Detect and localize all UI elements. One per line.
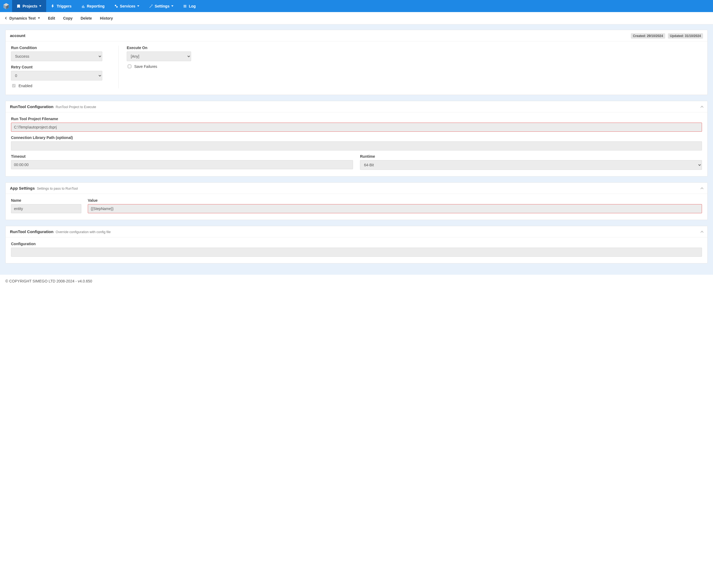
collapse-icon[interactable] [700, 231, 703, 234]
retry-count-label: Retry Count [11, 65, 102, 69]
override-config-panel: RunTool Configuration Override configura… [5, 226, 708, 264]
nav-log[interactable]: Log [178, 0, 201, 12]
save-failures-checkbox[interactable] [128, 65, 131, 68]
runtime-select[interactable]: 64-Bit [360, 160, 702, 170]
top-nav: Projects Triggers Reporting Services Set… [0, 0, 713, 12]
configuration-input[interactable] [11, 248, 702, 257]
wand-icon [149, 4, 153, 8]
nav-settings-label: Settings [155, 4, 169, 8]
appsetting-value-header: Value [88, 198, 702, 203]
appsetting-name-input[interactable] [11, 204, 81, 213]
nav-triggers-label: Triggers [57, 4, 72, 8]
breadcrumb-label: Dynamics Test [9, 16, 36, 20]
list-icon [183, 4, 187, 8]
history-button[interactable]: History [100, 16, 113, 20]
edit-button[interactable]: Edit [48, 16, 55, 20]
run-condition-select[interactable]: Success [11, 51, 102, 61]
chevron-down-icon [39, 5, 41, 7]
breadcrumb[interactable]: Dynamics Test [5, 16, 40, 20]
app-settings-panel: App Settings Settings to pass to RunTool… [5, 183, 708, 220]
app-settings-sub: Settings to pass to RunTool [37, 187, 78, 190]
conn-lib-input[interactable] [11, 141, 702, 150]
runtime-label: Runtime [360, 154, 702, 159]
nav-projects[interactable]: Projects [12, 0, 46, 12]
execute-on-label: Execute On [127, 46, 702, 50]
chevron-down-icon [38, 17, 40, 19]
timeout-input[interactable] [11, 160, 353, 169]
runtool-config-panel: RunTool Configuration RunTool Project to… [5, 101, 708, 176]
nav-log-label: Log [189, 4, 196, 8]
svg-point-5 [116, 6, 118, 7]
svg-point-4 [115, 4, 116, 6]
main: account Created: 29/10/2024 Updated: 31/… [0, 24, 713, 275]
filename-input[interactable] [11, 123, 702, 132]
nav-settings[interactable]: Settings [144, 0, 178, 12]
book-icon [17, 4, 21, 8]
retry-count-select[interactable]: 0 [11, 71, 102, 81]
footer: © COPYRIGHT SIMEGO LTD 2008-2024 - v4.0.… [0, 275, 713, 291]
collapse-icon[interactable] [700, 187, 703, 190]
filename-label: Run Tool Project Filename [11, 117, 702, 121]
collapse-icon[interactable] [700, 106, 703, 109]
chevron-down-icon [137, 5, 139, 7]
secondary-toolbar: Dynamics Test Edit Copy Delete History [0, 12, 713, 24]
copy-button[interactable]: Copy [63, 16, 73, 20]
enabled-checkbox[interactable] [12, 84, 16, 87]
gears-icon [114, 4, 118, 8]
execute-on-select[interactable]: [Any] [127, 51, 191, 61]
appsetting-value-input[interactable] [88, 204, 702, 213]
app-settings-title: App Settings [10, 186, 35, 190]
run-condition-label: Run Condition [11, 46, 102, 50]
created-badge: Created: 29/10/2024 [631, 33, 665, 39]
account-panel: account Created: 29/10/2024 Updated: 31/… [5, 30, 708, 95]
nav-projects-label: Projects [23, 4, 37, 8]
delete-button[interactable]: Delete [81, 16, 92, 20]
runtool-config-sub: RunTool Project to Execute [56, 105, 96, 109]
nav-reporting[interactable]: Reporting [77, 0, 109, 12]
bolt-icon [51, 4, 55, 8]
nav-services[interactable]: Services [109, 0, 144, 12]
chevron-down-icon [171, 5, 174, 7]
conn-lib-label: Connection Library Path (optional) [11, 135, 702, 140]
override-config-title: RunTool Configuration [10, 229, 54, 234]
nav-services-label: Services [120, 4, 136, 8]
nav-triggers[interactable]: Triggers [46, 0, 76, 12]
save-failures-label: Save Failures [134, 64, 157, 69]
runtool-config-title: RunTool Configuration [10, 104, 54, 109]
configuration-label: Configuration [11, 242, 702, 246]
timeout-label: Timeout [11, 154, 353, 159]
override-config-sub: Override configuration with config file [56, 230, 110, 234]
page-title: account [10, 33, 25, 38]
nav-reporting-label: Reporting [87, 4, 105, 8]
updated-badge: Updated: 31/10/2024 [668, 33, 703, 39]
chart-icon [81, 4, 85, 8]
appsetting-name-header: Name [11, 198, 81, 203]
app-logo[interactable] [0, 0, 12, 12]
chevron-left-icon [5, 17, 8, 20]
enabled-label: Enabled [19, 84, 32, 88]
